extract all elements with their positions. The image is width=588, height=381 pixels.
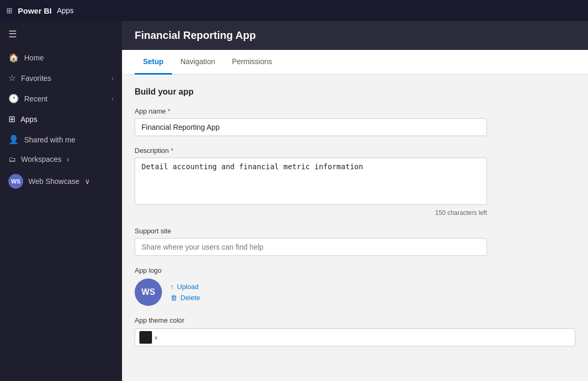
shared-icon: 👤 bbox=[8, 135, 19, 145]
sidebar: ☰ 🏠 Home ☆ Favorites › 🕐 Recent › ⊞ Apps… bbox=[0, 21, 122, 381]
upload-button[interactable]: ↑ Upload bbox=[170, 283, 200, 291]
delete-label: Delete bbox=[180, 294, 200, 302]
sidebar-item-label: Home bbox=[24, 54, 114, 62]
logo-actions: ↑ Upload 🗑 Delete bbox=[170, 283, 200, 302]
sidebar-workspaces-label: Workspaces bbox=[21, 155, 62, 163]
app-logo-circle: WS bbox=[135, 279, 162, 306]
tab-setup[interactable]: Setup bbox=[135, 50, 172, 75]
sidebar-item-recent[interactable]: 🕐 Recent › bbox=[0, 88, 122, 109]
app-name-input[interactable] bbox=[135, 118, 487, 136]
page-title: Financial Reporting App bbox=[135, 29, 256, 41]
home-icon: 🏠 bbox=[8, 53, 19, 63]
chevron-right-icon: › bbox=[67, 155, 69, 163]
description-group: Description * Detail accounting and fina… bbox=[135, 147, 575, 217]
tab-permissions[interactable]: Permissions bbox=[224, 50, 280, 75]
apps-icon: ⊞ bbox=[8, 114, 15, 124]
sidebar-item-apps[interactable]: ⊞ Apps bbox=[0, 109, 122, 129]
sidebar-item-shared[interactable]: 👤 Shared with me bbox=[0, 129, 122, 150]
theme-color-section: App theme color ∨ bbox=[135, 316, 575, 346]
tab-navigation[interactable]: Navigation bbox=[172, 50, 224, 75]
topbar-app-label: Apps bbox=[57, 6, 74, 15]
app-name-label: App name * bbox=[135, 107, 575, 115]
app-logo-row: WS ↑ Upload 🗑 Delete bbox=[135, 279, 575, 306]
sidebar-item-home[interactable]: 🏠 Home bbox=[0, 47, 122, 68]
required-indicator: * bbox=[171, 147, 174, 155]
description-textarea[interactable]: Detail accounting and financial metric i… bbox=[135, 158, 487, 205]
app-logo-label: App logo bbox=[135, 266, 575, 274]
chevron-right-icon: › bbox=[111, 95, 114, 102]
page-header: Financial Reporting App bbox=[122, 21, 588, 50]
sidebar-item-label: Shared with me bbox=[24, 136, 114, 144]
chevron-down-icon: ∨ bbox=[85, 177, 90, 186]
main-layout: ☰ 🏠 Home ☆ Favorites › 🕐 Recent › ⊞ Apps… bbox=[0, 21, 588, 381]
chevron-down-icon: ∨ bbox=[154, 335, 158, 341]
support-site-group: Support site bbox=[135, 227, 575, 256]
upload-label: Upload bbox=[177, 283, 199, 291]
topbar: ⊞ Power BI Apps bbox=[0, 0, 588, 21]
sidebar-web-showcase-label: Web Showcase bbox=[28, 177, 79, 186]
chevron-right-icon: › bbox=[111, 75, 114, 82]
sidebar-item-web-showcase[interactable]: WS Web Showcase ∨ bbox=[0, 169, 122, 194]
upload-icon: ↑ bbox=[170, 283, 174, 291]
favorites-icon: ☆ bbox=[8, 73, 16, 83]
content-area: Financial Reporting App Setup Navigation… bbox=[122, 21, 588, 381]
form-area: Build your app App name * Description * … bbox=[122, 75, 588, 381]
hamburger-icon[interactable]: ☰ bbox=[0, 21, 122, 47]
support-site-label: Support site bbox=[135, 227, 575, 235]
delete-button[interactable]: 🗑 Delete bbox=[170, 294, 200, 302]
sidebar-item-favorites[interactable]: ☆ Favorites › bbox=[0, 68, 122, 88]
required-indicator: * bbox=[168, 107, 170, 115]
grid-icon: ⊞ bbox=[6, 6, 13, 15]
support-site-input[interactable] bbox=[135, 238, 487, 256]
topbar-logo-text: Power BI bbox=[18, 6, 52, 15]
sidebar-item-label: Favorites bbox=[21, 74, 106, 83]
char-count: 150 characters left bbox=[135, 209, 487, 217]
color-picker-button[interactable]: ∨ bbox=[135, 328, 575, 346]
workspaces-icon: 🗂 bbox=[8, 155, 16, 163]
workspace-avatar: WS bbox=[8, 174, 23, 189]
theme-color-label: App theme color bbox=[135, 316, 575, 324]
description-label: Description * bbox=[135, 147, 575, 155]
app-name-group: App name * bbox=[135, 107, 575, 136]
color-swatch bbox=[139, 331, 152, 344]
recent-icon: 🕐 bbox=[8, 94, 19, 104]
sidebar-item-label: Recent bbox=[24, 95, 106, 103]
form-section-title: Build your app bbox=[135, 87, 575, 97]
topbar-logo: Power BI bbox=[18, 6, 52, 15]
sidebar-item-workspaces[interactable]: 🗂 Workspaces › bbox=[0, 150, 122, 169]
app-logo-section: App logo WS ↑ Upload 🗑 Delete bbox=[135, 266, 575, 306]
delete-icon: 🗑 bbox=[170, 294, 177, 302]
tab-bar: Setup Navigation Permissions bbox=[122, 50, 588, 75]
sidebar-item-label: Apps bbox=[21, 115, 114, 123]
